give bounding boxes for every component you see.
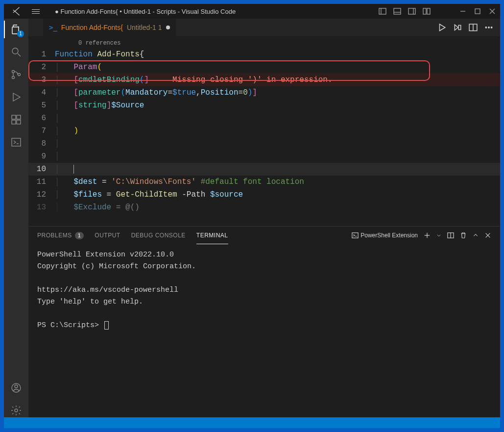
close-window-button[interactable] bbox=[488, 7, 496, 15]
tab-debug-console[interactable]: DEBUG CONSOLE bbox=[131, 227, 186, 244]
powershell-file-icon: >_ bbox=[49, 24, 57, 31]
svg-rect-25 bbox=[458, 25, 461, 30]
svg-rect-0 bbox=[379, 8, 386, 14]
line-number: 9 bbox=[28, 150, 55, 163]
svg-point-15 bbox=[12, 76, 15, 79]
status-bar[interactable] bbox=[4, 417, 500, 428]
vscode-window: ● Function Add-Fonts{ • Untitled-1 - Scr… bbox=[4, 4, 500, 428]
powershell-panel-icon[interactable] bbox=[9, 135, 23, 149]
terminal-output[interactable]: PowerShell Extension v2022.10.0 Copyrigh… bbox=[28, 244, 500, 417]
editor-tab-untitled[interactable]: >_ Function Add-Fonts{ Untitled-1 1 bbox=[43, 19, 176, 36]
svg-rect-7 bbox=[427, 8, 430, 14]
tab-subtitle: Untitled-1 1 bbox=[127, 24, 162, 31]
run-config-icon[interactable] bbox=[453, 23, 462, 32]
run-icon[interactable] bbox=[437, 23, 446, 32]
maximize-panel-icon[interactable] bbox=[473, 232, 479, 238]
codelens-references[interactable]: 0 references bbox=[28, 38, 500, 48]
svg-rect-17 bbox=[12, 115, 16, 119]
line-number: 13 bbox=[28, 201, 55, 214]
line-number: 10 bbox=[28, 163, 55, 176]
svg-point-12 bbox=[12, 48, 18, 54]
svg-point-23 bbox=[15, 385, 18, 388]
svg-point-29 bbox=[488, 27, 489, 28]
title-bar: ● Function Add-Fonts{ • Untitled-1 - Scr… bbox=[4, 4, 500, 19]
editor-tabs: >_ Function Add-Fonts{ Untitled-1 1 bbox=[28, 19, 500, 36]
tab-dirty-indicator-icon bbox=[166, 25, 170, 29]
line-number: 6 bbox=[28, 112, 55, 125]
problems-count-badge: 1 bbox=[75, 232, 84, 239]
terminal-shell-label[interactable]: PowerShell Extension bbox=[352, 232, 418, 239]
new-terminal-icon[interactable] bbox=[424, 232, 431, 239]
tab-terminal[interactable]: TERMINAL bbox=[196, 227, 228, 244]
maximize-button[interactable] bbox=[474, 7, 481, 15]
minimize-button[interactable] bbox=[459, 7, 467, 15]
svg-point-24 bbox=[15, 409, 18, 412]
svg-point-30 bbox=[491, 27, 492, 28]
editor-cursor bbox=[73, 165, 74, 174]
close-panel-icon[interactable] bbox=[484, 232, 491, 239]
editor-actions bbox=[437, 19, 500, 36]
line-number: 2 bbox=[28, 61, 55, 74]
line-number: 1 bbox=[28, 48, 55, 61]
bottom-panel: PROBLEMS 1 OUTPUT DEBUG CONSOLE TERMINAL… bbox=[28, 226, 500, 417]
explorer-icon[interactable]: 1 bbox=[9, 23, 23, 36]
hamburger-menu-icon[interactable] bbox=[30, 6, 41, 17]
split-terminal-icon[interactable] bbox=[447, 232, 454, 239]
terminal-dropdown-icon[interactable] bbox=[436, 233, 441, 238]
kill-terminal-icon[interactable] bbox=[460, 232, 467, 239]
editor-body[interactable]: 0 references 1Function Add-Fonts{ 2│ Par… bbox=[28, 38, 500, 226]
vscode-logo-icon bbox=[12, 6, 23, 17]
line-number: 3 bbox=[28, 74, 55, 86]
svg-rect-6 bbox=[423, 8, 426, 14]
svg-point-16 bbox=[18, 74, 21, 76]
search-icon[interactable] bbox=[9, 45, 23, 59]
tab-filename: Function Add-Fonts{ bbox=[61, 24, 123, 31]
tab-problems[interactable]: PROBLEMS 1 bbox=[37, 227, 84, 244]
terminal-prompt: PS C:\Scripts> bbox=[37, 321, 103, 330]
tab-output[interactable]: OUTPUT bbox=[95, 227, 120, 244]
title-layout-controls bbox=[379, 7, 496, 15]
svg-rect-18 bbox=[12, 120, 16, 124]
run-debug-icon[interactable] bbox=[9, 90, 23, 104]
terminal-cursor bbox=[104, 321, 109, 330]
settings-gear-icon[interactable] bbox=[9, 404, 23, 417]
panel-left-icon[interactable] bbox=[379, 7, 386, 15]
extensions-icon[interactable] bbox=[9, 113, 23, 127]
line-number: 4 bbox=[28, 86, 55, 99]
editor-group: >_ Function Add-Fonts{ Untitled-1 1 0 re… bbox=[28, 19, 500, 417]
svg-line-13 bbox=[18, 53, 21, 56]
split-editor-icon[interactable] bbox=[469, 23, 478, 32]
activity-bar: 1 bbox=[4, 19, 28, 417]
svg-point-14 bbox=[12, 71, 15, 73]
layout-grid-icon[interactable] bbox=[423, 7, 431, 15]
line-number: 11 bbox=[28, 176, 55, 188]
line-number: 5 bbox=[28, 99, 55, 112]
panel-tabs: PROBLEMS 1 OUTPUT DEBUG CONSOLE TERMINAL… bbox=[28, 227, 500, 244]
line-number: 7 bbox=[28, 125, 55, 137]
account-icon[interactable] bbox=[9, 381, 23, 395]
panel-bottom-icon[interactable] bbox=[393, 7, 401, 15]
inline-error-message: Missing closing ')' in expression. bbox=[172, 76, 332, 84]
svg-rect-19 bbox=[17, 120, 21, 124]
svg-rect-4 bbox=[408, 8, 415, 14]
line-number: 12 bbox=[28, 188, 55, 201]
more-actions-icon[interactable] bbox=[484, 23, 493, 32]
panel-right-icon[interactable] bbox=[408, 7, 416, 15]
svg-point-28 bbox=[485, 27, 486, 28]
explorer-badge: 1 bbox=[17, 30, 24, 37]
line-number: 8 bbox=[28, 137, 55, 150]
source-control-icon[interactable] bbox=[9, 68, 23, 81]
svg-rect-20 bbox=[17, 115, 21, 119]
svg-rect-2 bbox=[394, 8, 401, 14]
window-title: ● Function Add-Fonts{ • Untitled-1 - Scr… bbox=[45, 8, 379, 15]
svg-rect-9 bbox=[475, 9, 480, 14]
